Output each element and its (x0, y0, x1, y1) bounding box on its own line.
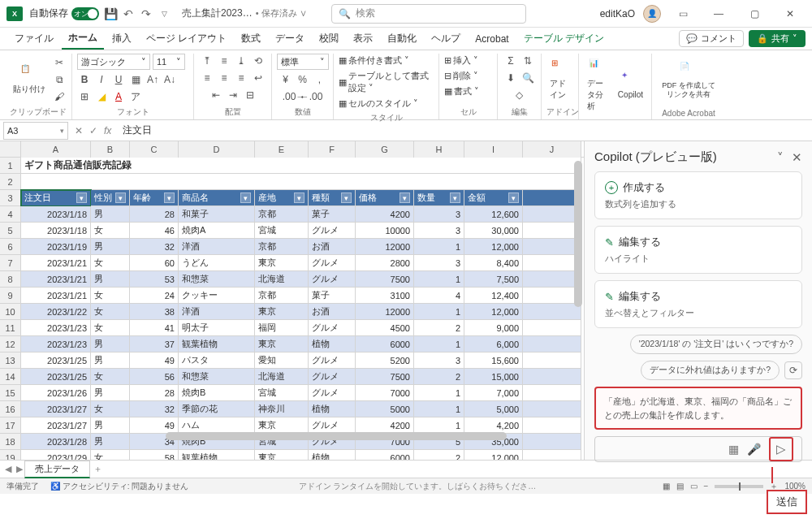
decrease-font-icon[interactable]: A↓ (162, 72, 177, 87)
tab-insert[interactable]: 挿入 (106, 28, 138, 49)
data-cell[interactable]: 12,600 (464, 206, 523, 223)
redo-icon[interactable]: ↷ (140, 7, 153, 20)
data-cell[interactable]: 41 (130, 320, 179, 336)
table-header[interactable]: 金額▾ (464, 190, 523, 206)
data-cell[interactable]: 和惣菜 (179, 271, 255, 288)
data-cell[interactable]: 男 (91, 336, 130, 352)
row-header[interactable]: 15 (0, 385, 21, 401)
delete-cells-button[interactable]: ⊟ 削除 ˅ (444, 69, 478, 83)
data-cell[interactable]: 洋酒 (179, 239, 255, 255)
data-cell[interactable]: 58 (130, 450, 179, 460)
comma-icon[interactable]: , (313, 72, 327, 87)
username[interactable]: editKaO (600, 8, 635, 19)
data-cell[interactable]: 2023/1/19 (21, 239, 91, 255)
data-cell[interactable]: 28 (130, 385, 179, 401)
close-pane-icon[interactable]: ✕ (792, 150, 802, 165)
ribbon-display-icon[interactable]: ▭ (669, 2, 697, 25)
data-cell[interactable]: 東京 (255, 336, 309, 352)
filter-dropdown-icon[interactable]: ▾ (508, 192, 519, 203)
data-cell[interactable]: 男 (91, 352, 130, 369)
copy-icon[interactable]: ⧉ (52, 72, 67, 87)
tab-table-design[interactable]: テーブル デザイン (517, 28, 611, 49)
row-header[interactable]: 19 (0, 450, 21, 460)
addins-button[interactable]: ⊞アドイン (546, 57, 573, 102)
row-header[interactable]: 7 (0, 255, 21, 271)
data-cell[interactable]: 北海道 (255, 369, 309, 385)
copilot-card-edit2[interactable]: ✎編集する 並べ替えとフィルター (594, 280, 802, 328)
align-bottom-icon[interactable]: ⤓ (234, 54, 248, 68)
data-cell[interactable]: 2023/1/28 (21, 434, 91, 450)
tab-formulas[interactable]: 数式 (235, 28, 267, 49)
data-cell[interactable]: 2023/1/23 (21, 320, 91, 336)
close-icon[interactable]: ✕ (776, 2, 804, 25)
spreadsheet-grid[interactable]: A B C D E F G H I J 1ギフト商品通信販売記録 2 3 注文日… (0, 141, 585, 460)
autosave-toggle[interactable]: オン (71, 7, 99, 20)
view-break-icon[interactable]: ▭ (690, 482, 698, 491)
avatar[interactable]: 👤 (643, 5, 661, 23)
align-top-icon[interactable]: ⤒ (200, 54, 214, 68)
col-header[interactable]: B (91, 141, 130, 158)
data-cell[interactable]: 男 (91, 271, 130, 288)
data-cell[interactable]: 2023/1/27 (21, 401, 91, 417)
tab-data[interactable]: データ (269, 28, 311, 49)
data-cell[interactable]: 観葉植物 (179, 450, 255, 460)
row-header[interactable]: 11 (0, 320, 21, 336)
data-cell[interactable]: 6,000 (464, 336, 523, 352)
search-input[interactable]: 🔍 検索 (331, 4, 526, 24)
filter-dropdown-icon[interactable]: ▾ (115, 192, 126, 203)
data-cell[interactable]: 4 (414, 288, 464, 304)
share-button[interactable]: 🔒 共有 ˅ (749, 30, 806, 47)
row-header[interactable]: 1 (0, 158, 21, 174)
data-cell[interactable]: 12000 (356, 239, 414, 255)
decrease-decimal-icon[interactable]: ←.00 (304, 89, 318, 104)
row-header[interactable]: 6 (0, 239, 21, 255)
table-header[interactable]: 商品名▾ (179, 190, 255, 206)
data-cell[interactable]: 2023/1/25 (21, 369, 91, 385)
data-cell[interactable]: 12,000 (464, 239, 523, 255)
filter-dropdown-icon[interactable]: ▾ (76, 192, 87, 203)
data-cell[interactable]: 女 (91, 450, 130, 460)
format-cells-button[interactable]: ▦ 書式 ˅ (444, 84, 479, 98)
data-cell[interactable]: 5,000 (464, 401, 523, 417)
data-cell[interactable]: 49 (130, 352, 179, 369)
col-header[interactable]: H (414, 141, 464, 158)
borders-icon[interactable]: ⊞ (77, 89, 92, 104)
copilot-input[interactable]: ▦ 🎤 ▷ (594, 436, 802, 462)
data-cell[interactable]: 2800 (356, 255, 414, 271)
fill-color-icon[interactable]: ◢ (94, 89, 109, 104)
data-cell[interactable]: 神奈川 (255, 401, 309, 417)
data-cell[interactable]: 1 (414, 304, 464, 320)
increase-font-icon[interactable]: A↑ (145, 72, 160, 87)
analyze-data-button[interactable]: 📊データ分析 (584, 57, 611, 114)
col-header[interactable]: I (464, 141, 523, 158)
filter-dropdown-icon[interactable]: ▾ (400, 192, 410, 203)
copilot-suggestion[interactable]: データに外れ値はありますか? (641, 361, 780, 380)
data-cell[interactable]: 15,600 (464, 352, 523, 369)
data-cell[interactable]: 季節の花 (179, 401, 255, 417)
table-header[interactable]: 種類▾ (309, 190, 356, 206)
data-cell[interactable]: お酒 (309, 304, 356, 320)
align-center-icon[interactable]: ≡ (217, 71, 231, 85)
row-header[interactable]: 9 (0, 288, 21, 304)
table-header[interactable]: 性別▾ (91, 190, 130, 206)
data-cell[interactable]: 9,000 (464, 320, 523, 336)
col-header[interactable]: E (255, 141, 309, 158)
data-cell[interactable]: 2 (414, 450, 464, 460)
data-cell[interactable]: 2 (414, 369, 464, 385)
row-header[interactable]: 3 (0, 190, 21, 206)
fill-icon[interactable]: ⬇ (503, 71, 518, 85)
data-cell[interactable]: 女 (91, 255, 130, 271)
mic-icon[interactable]: 🎤 (747, 443, 761, 456)
fx-icon[interactable]: fx (104, 125, 111, 136)
phonetic-icon[interactable]: ア (128, 89, 143, 104)
data-cell[interactable]: 東京 (255, 450, 309, 460)
data-cell[interactable]: 1 (414, 271, 464, 288)
data-cell[interactable]: 京都 (255, 239, 309, 255)
data-cell[interactable]: 5200 (356, 352, 414, 369)
format-as-table-button[interactable]: ▦ テーブルとして書式設定 ˅ (339, 69, 434, 95)
font-name-select[interactable]: 游ゴシック˅ (77, 54, 150, 70)
data-cell[interactable]: クッキー (179, 288, 255, 304)
tab-automate[interactable]: 自動化 (381, 28, 423, 49)
data-cell[interactable]: 女 (91, 304, 130, 320)
row-header[interactable]: 4 (0, 206, 21, 223)
